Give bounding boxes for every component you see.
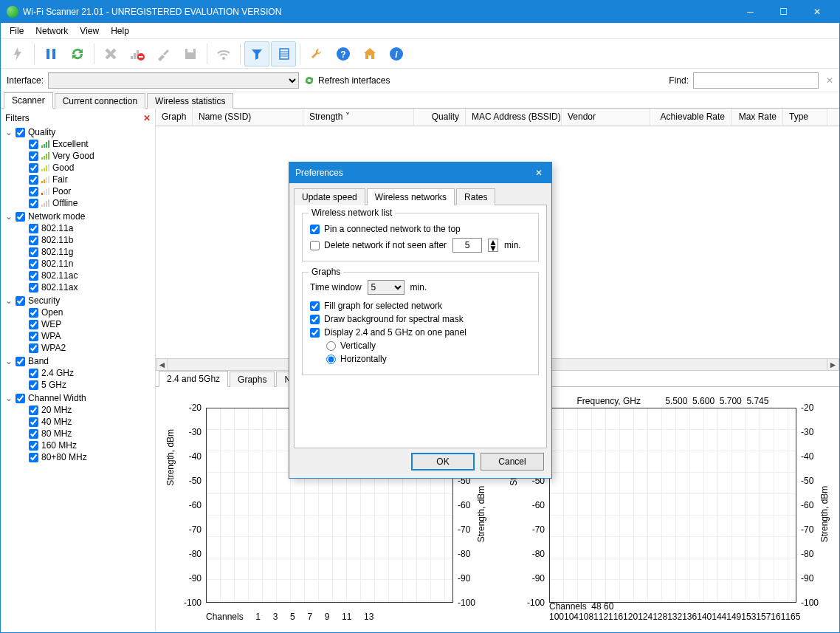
- filter-group-network-mode[interactable]: ⌄ Network mode: [5, 211, 151, 222]
- find-label: Find:: [669, 75, 689, 86]
- horizontal-radio-row[interactable]: Horizontally: [326, 354, 531, 364]
- wrench-icon[interactable]: [304, 41, 329, 66]
- filter-item[interactable]: Fair: [5, 174, 151, 185]
- filter-item[interactable]: 80 MHz: [5, 428, 151, 439]
- column-header[interactable]: Strength ˅: [303, 109, 414, 126]
- menu-view[interactable]: View: [74, 24, 105, 38]
- bolt-icon[interactable]: [5, 41, 30, 66]
- cancel-button[interactable]: Cancel: [481, 453, 544, 471]
- pause-icon[interactable]: [38, 41, 63, 66]
- filter-group-security[interactable]: ⌄ Security: [5, 295, 151, 307]
- filter-item[interactable]: 2.4 GHz: [5, 367, 151, 379]
- filter-item[interactable]: 20 MHz: [5, 404, 151, 416]
- filter-item[interactable]: Open: [5, 307, 151, 318]
- dialog-title: Preferences: [295, 168, 343, 178]
- notebook-icon[interactable]: [271, 41, 296, 66]
- pref-tab-wireless-networks[interactable]: Wireless networks: [367, 188, 455, 205]
- subtab-24-5ghz[interactable]: 2.4 and 5Ghz: [159, 371, 228, 387]
- filter-item[interactable]: 802.11a: [5, 222, 151, 234]
- minimize-button[interactable]: ─: [734, 1, 767, 23]
- close-button[interactable]: ✕: [800, 1, 833, 23]
- filter-item[interactable]: WPA2: [5, 342, 151, 354]
- column-header[interactable]: Vendor: [562, 109, 650, 126]
- tab-wireless-statistics[interactable]: Wireless statistics: [147, 93, 233, 109]
- filter-item[interactable]: Excellent: [5, 138, 151, 150]
- filter-group-quality[interactable]: ⌄ Quality: [5, 126, 151, 138]
- time-window-select[interactable]: 5: [368, 280, 404, 295]
- tab-current-connection[interactable]: Current connection: [55, 93, 145, 109]
- combine-checkbox[interactable]: [310, 328, 320, 338]
- maximize-button[interactable]: ☐: [767, 1, 800, 23]
- clear-find-icon[interactable]: ✕: [826, 75, 833, 86]
- filter-group-channel-width[interactable]: ⌄ Channel Width: [5, 392, 151, 404]
- filter-item[interactable]: WEP: [5, 318, 151, 330]
- delete-minutes-input[interactable]: [452, 238, 482, 253]
- column-header[interactable]: Type: [783, 109, 827, 126]
- filter-item[interactable]: Poor: [5, 185, 151, 197]
- bg-checkbox[interactable]: [310, 315, 320, 324]
- column-header[interactable]: Graph: [156, 109, 193, 126]
- close-filters-icon[interactable]: ✕: [143, 113, 151, 123]
- combine-checkbox-row[interactable]: Display 2.4 and 5 GHz on one panel: [310, 327, 531, 338]
- filter-item[interactable]: Offline: [5, 197, 151, 209]
- info-icon[interactable]: i: [384, 41, 409, 66]
- fill-checkbox[interactable]: [310, 301, 320, 311]
- column-header[interactable]: Quality: [414, 109, 466, 126]
- pref-tab-rates[interactable]: Rates: [456, 188, 495, 205]
- column-header[interactable]: MAC Address (BSSID): [466, 109, 562, 126]
- subtab-graphs[interactable]: Graphs: [230, 372, 275, 387]
- filter-item[interactable]: 802.11g: [5, 246, 151, 258]
- help-icon[interactable]: ?: [331, 41, 356, 66]
- scroll-right-icon[interactable]: ►: [827, 358, 839, 371]
- vertical-radio[interactable]: [326, 341, 336, 351]
- fill-checkbox-row[interactable]: Fill graph for selected network: [310, 301, 531, 311]
- filter-item[interactable]: 5 GHz: [5, 379, 151, 391]
- column-header[interactable]: Max Rate: [731, 109, 783, 126]
- menu-help[interactable]: Help: [105, 24, 135, 38]
- svg-point-10: [222, 57, 225, 60]
- filter-item[interactable]: Good: [5, 162, 151, 174]
- tab-scanner[interactable]: Scanner: [4, 92, 53, 109]
- menu-file[interactable]: File: [4, 24, 30, 38]
- titlebar: Wi-Fi Scanner 21.01 - UNREGISTERED EVALU…: [1, 1, 839, 23]
- pref-tab-update-speed[interactable]: Update speed: [294, 188, 365, 205]
- horizontal-radio[interactable]: [326, 355, 336, 364]
- filter-group-band[interactable]: ⌄ Band: [5, 355, 151, 367]
- ok-button[interactable]: OK: [411, 453, 475, 471]
- interface-select[interactable]: [48, 72, 299, 89]
- filter-item[interactable]: 160 MHz: [5, 439, 151, 451]
- filter-item[interactable]: 40 MHz: [5, 416, 151, 428]
- find-input[interactable]: [693, 72, 819, 89]
- filter-item[interactable]: 80+80 MHz: [5, 451, 151, 463]
- filter-item[interactable]: 802.11b: [5, 234, 151, 246]
- filter-item[interactable]: WPA: [5, 330, 151, 342]
- delete-icon[interactable]: [98, 41, 123, 66]
- dialog-close-icon[interactable]: ✕: [532, 168, 545, 178]
- home-icon[interactable]: [357, 41, 382, 66]
- column-header[interactable]: Achievable Rate: [650, 109, 731, 126]
- delete-checkbox-row[interactable]: Delete network if not seen after: [310, 240, 447, 250]
- refresh-icon[interactable]: [65, 41, 90, 66]
- refresh-interfaces-button[interactable]: Refresh interfaces: [303, 75, 390, 86]
- main-tabs: Scanner Current connection Wireless stat…: [1, 92, 839, 109]
- wifi-icon[interactable]: [211, 41, 236, 66]
- save-icon[interactable]: [178, 41, 203, 66]
- column-header[interactable]: Name (SSID): [193, 109, 303, 126]
- filter-item[interactable]: Very Good: [5, 150, 151, 162]
- filter-item[interactable]: 802.11ac: [5, 270, 151, 281]
- menu-network[interactable]: Network: [30, 24, 74, 38]
- delete-checkbox[interactable]: [310, 241, 320, 250]
- signal-remove-icon[interactable]: [125, 41, 150, 66]
- filter-item[interactable]: 802.11ax: [5, 281, 151, 293]
- delete-spinner[interactable]: ▲▼: [488, 239, 498, 252]
- pin-checkbox[interactable]: [310, 225, 320, 234]
- svg-rect-4: [134, 53, 136, 59]
- vertical-radio-row[interactable]: Vertically: [326, 341, 531, 351]
- brush-icon[interactable]: [151, 41, 176, 66]
- interface-row: Interface: Refresh interfaces Find: ✕: [1, 69, 839, 92]
- funnel-icon[interactable]: [244, 41, 269, 66]
- bg-checkbox-row[interactable]: Draw background for spectral mask: [310, 314, 531, 324]
- scroll-left-icon[interactable]: ◄: [156, 358, 168, 371]
- filter-item[interactable]: 802.11n: [5, 258, 151, 270]
- pin-checkbox-row[interactable]: Pin a connected network to the top: [310, 224, 531, 234]
